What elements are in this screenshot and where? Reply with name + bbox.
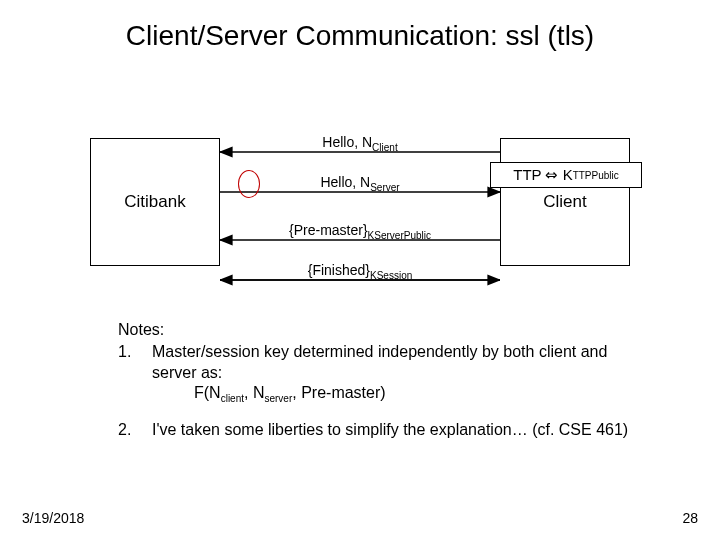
notes-heading: Notes: xyxy=(118,320,638,340)
ssl-diagram: Citibank Client TTP ⇔ KTTPPublic Hello, … xyxy=(90,100,630,300)
server-box: Citibank xyxy=(90,138,220,266)
note-1-body: Master/session key determined independen… xyxy=(152,342,638,406)
note-1-num: 1. xyxy=(118,342,152,406)
note-2-num: 2. xyxy=(118,420,152,440)
msg3-premaster: {Pre-master}KServerPublic xyxy=(220,222,500,241)
slide-title: Client/Server Communication: ssl (tls) xyxy=(0,20,720,52)
note-1: 1. Master/session key determined indepen… xyxy=(118,342,638,406)
msg2-hello-server: Hello, NServer xyxy=(220,174,500,193)
footer-date: 3/19/2018 xyxy=(22,510,84,526)
note-2-body: I've taken some liberties to simplify th… xyxy=(152,420,638,440)
msg4-finished: {Finished}KSession xyxy=(220,262,500,281)
msg1-hello-client: Hello, NClient xyxy=(220,134,500,153)
client-box: Client xyxy=(500,138,630,266)
footer-page-number: 28 xyxy=(682,510,698,526)
note-2: 2. I've taken some liberties to simplify… xyxy=(118,420,638,440)
ttp-mapping-box: TTP ⇔ KTTPPublic xyxy=(490,162,642,188)
notes-section: Notes: 1. Master/session key determined … xyxy=(118,320,638,455)
